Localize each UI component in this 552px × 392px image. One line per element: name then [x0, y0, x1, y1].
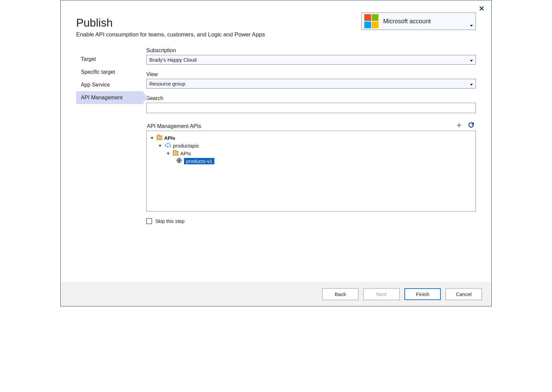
subscription-label: Subscription [146, 47, 476, 54]
cancel-button[interactable]: Cancel [446, 288, 482, 300]
sidebar-item-label: Target [81, 56, 96, 62]
account-selector[interactable]: Microsoft account [361, 12, 476, 30]
tree-node-subfolder[interactable]: APIs [151, 150, 471, 157]
folder-icon [173, 151, 178, 156]
search-input[interactable] [146, 103, 476, 113]
dialog-body: Publish Enable API consumption for teams… [61, 0, 491, 282]
refresh-button[interactable] [468, 122, 474, 128]
close-icon[interactable]: ✕ [479, 5, 485, 12]
content-row: Target Specific target App Service API M… [76, 47, 476, 279]
microsoft-logo-icon [364, 14, 378, 28]
publish-dialog: ✕ Publish Enable API consumption for tea… [60, 0, 492, 306]
skip-label: Skip this step [155, 219, 184, 224]
sidebar-item-app-service[interactable]: App Service [76, 78, 144, 91]
chevron-down-icon [470, 81, 473, 87]
sidebar-item-target[interactable]: Target [76, 53, 144, 66]
skip-row: Skip this step [146, 218, 476, 224]
apis-section-label: API Management APIs [146, 123, 201, 129]
tree-node-label: APIs [164, 135, 175, 141]
folder-icon [157, 136, 162, 140]
globe-icon [176, 158, 182, 164]
expand-icon[interactable] [151, 137, 153, 139]
wizard-sidebar: Target Specific target App Service API M… [76, 47, 144, 279]
refresh-icon [468, 122, 474, 128]
tree-node-service[interactable]: productapis [151, 141, 471, 150]
sidebar-item-label: App Service [81, 82, 110, 88]
page-subtitle: Enable API consumption for teams, custom… [76, 31, 265, 38]
tree-node-api[interactable]: products-v1 [151, 157, 471, 165]
cloud-icon [165, 142, 171, 149]
back-button[interactable]: Back [322, 288, 359, 300]
view-label: View [146, 71, 476, 77]
api-tree[interactable]: APIs productapis [146, 131, 476, 211]
tree-node-label: productapis [173, 143, 199, 149]
chevron-down-icon [470, 22, 473, 28]
finish-button[interactable]: Finish [404, 288, 441, 300]
expand-icon[interactable] [167, 153, 170, 155]
add-api-button[interactable]: + [457, 121, 462, 129]
expand-icon[interactable] [159, 145, 161, 147]
header-row: Publish Enable API consumption for teams… [76, 12, 476, 38]
subscription-value: Brady's Happy Cloud [149, 57, 196, 63]
sidebar-item-specific-target[interactable]: Specific target [76, 66, 144, 78]
tree-node-root[interactable]: APIs [151, 134, 471, 141]
search-label: Search [146, 95, 476, 101]
tree-node-label: APIs [180, 151, 191, 156]
sidebar-item-api-management[interactable]: API Management [76, 91, 144, 104]
subscription-select[interactable]: Brady's Happy Cloud [146, 55, 476, 65]
sidebar-item-label: API Management [81, 95, 123, 100]
account-label: Microsoft account [383, 18, 431, 25]
dialog-footer: Back Next Finish Cancel [61, 282, 491, 306]
next-button: Next [363, 288, 400, 300]
skip-checkbox[interactable] [146, 218, 152, 224]
page-title: Publish [76, 17, 265, 29]
apis-header: API Management APIs + [146, 121, 476, 129]
tree-node-label: products-v1 [184, 158, 214, 164]
view-value: Resource group [149, 81, 185, 87]
form-area: Subscription Brady's Happy Cloud View Re… [146, 47, 476, 279]
chevron-down-icon [470, 57, 473, 63]
sidebar-item-label: Specific target [81, 69, 115, 75]
title-block: Publish Enable API consumption for teams… [76, 12, 265, 38]
view-select[interactable]: Resource group [146, 79, 476, 89]
